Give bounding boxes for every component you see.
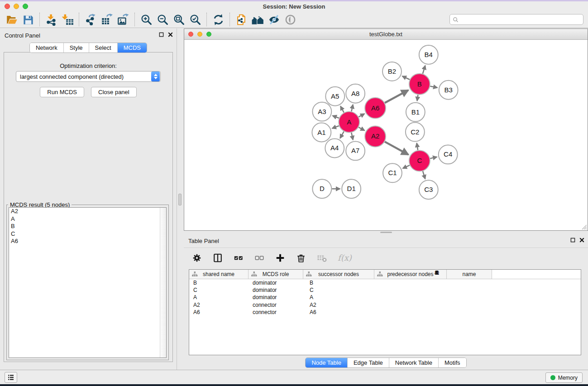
zoom-fit-button[interactable] [171,12,187,27]
column-header-shared-name[interactable]: shared name [189,270,249,279]
column-header-successor-nodes[interactable]: successor nodes [303,270,374,279]
select-all-button[interactable] [234,251,244,265]
graph-node-B3[interactable]: B3 [439,81,458,100]
zoom-in-button[interactable] [138,12,154,27]
minimize-window-icon[interactable] [14,4,19,9]
close-panel-icon[interactable] [579,238,584,243]
export-image-button[interactable] [115,12,131,27]
select-all-icon [234,253,244,263]
result-scrollbar[interactable] [160,208,166,357]
mcds-result-item[interactable]: C [9,230,166,238]
graph-edge-B-B4 [423,66,425,74]
panel-columns-button[interactable] [213,251,223,265]
graph-node-B1[interactable]: B1 [406,103,425,122]
svg-text:D: D [320,185,325,192]
task-list-button[interactable] [5,372,17,383]
import-network-icon [45,14,57,26]
network-canvas[interactable]: B4B2BB3A5A8A6A3B1AA1C2A2A4A7C4CC1DD1C3 [184,40,588,230]
graph-node-A6[interactable]: A6 [365,98,386,119]
import-table-icon [62,14,74,26]
graph-node-C4[interactable]: C4 [439,145,458,164]
maximize-window-icon[interactable] [23,4,28,9]
minimize-network-icon[interactable] [197,32,202,37]
graph-node-C3[interactable]: C3 [419,180,438,199]
settings-button[interactable] [192,251,202,265]
column-header-MCDS-role[interactable]: MCDS role [249,270,303,279]
float-panel-icon[interactable] [570,238,575,243]
delete-button[interactable] [296,251,306,265]
search-input[interactable] [459,15,583,24]
float-panel-icon[interactable] [159,32,164,37]
zoom-out-button[interactable] [154,12,171,27]
status-bar: Memory [0,370,588,384]
criterion-select[interactable]: largest connected component (directed) [16,71,161,82]
tab-motifs[interactable]: Motifs [438,358,466,367]
graph-node-A2[interactable]: A2 [365,126,386,147]
graph-node-A4[interactable]: A4 [325,138,344,157]
tab-node-table[interactable]: Node Table [306,358,347,367]
toggle-visibility-button[interactable] [266,12,282,27]
graph-node-A[interactable]: A [339,112,359,133]
tab-mcds[interactable]: MCDS [117,43,147,52]
mcds-result-list[interactable]: A2ABCA6 [9,207,167,358]
horizontal-splitter[interactable] [184,231,588,234]
search-field[interactable] [449,14,583,25]
tab-network[interactable]: Network [30,43,63,52]
mcds-result-item[interactable]: A2 [9,208,166,215]
main-titlebar: Session: New Session [0,1,588,11]
graph-node-A3[interactable]: A3 [312,102,331,121]
toolbar-divider [134,13,135,26]
graph-edge-A-A7 [351,133,353,140]
search-icon [452,16,459,23]
tab-style[interactable]: Style [63,43,89,52]
close-panel-icon[interactable] [168,32,173,37]
application-window: Session: New Session Control Panel Netwo… [0,0,588,386]
import-network-button[interactable] [43,12,59,27]
mcds-result-item[interactable]: A6 [9,238,166,245]
graph-node-A5[interactable]: A5 [325,87,344,106]
memory-button[interactable]: Memory [545,372,583,383]
home-button[interactable] [249,12,266,27]
zoom-selected-button[interactable] [187,12,203,27]
vertical-splitter[interactable] [177,29,184,370]
tab-select[interactable]: Select [89,43,117,52]
toolbar-divider [206,13,207,26]
column-header-name[interactable]: name [447,270,492,279]
graph-node-C[interactable]: C [409,150,430,171]
graph-edge-A-A6 [359,114,364,117]
graph-node-A1[interactable]: A1 [312,123,331,142]
graph-node-A8[interactable]: A8 [346,84,365,103]
duplicate-network-button[interactable] [233,12,249,27]
mcds-result-item[interactable]: B [9,223,166,230]
splitter-handle[interactable] [178,194,182,205]
close-network-icon[interactable] [188,32,193,37]
export-table-button[interactable] [99,12,115,27]
maximize-network-icon[interactable] [206,32,211,37]
graph-node-D1[interactable]: D1 [342,179,361,198]
preview-button[interactable] [282,12,298,27]
table-row[interactable]: A6connector11A6 [189,309,581,316]
export-network-button[interactable] [82,12,99,27]
graph-node-C1[interactable]: C1 [383,163,402,182]
save-session-button[interactable] [20,12,36,27]
splitter-handle[interactable] [380,232,392,233]
graph-node-D[interactable]: D [312,179,331,198]
zoom-selected-icon [189,14,201,26]
mcds-result-item[interactable]: A [9,215,166,223]
graph-node-A7[interactable]: A7 [346,141,365,160]
deselect-all-button[interactable] [254,251,264,265]
import-table-button[interactable] [59,12,76,27]
close-panel-button[interactable]: Close panel [91,87,137,97]
graph-node-B[interactable]: B [409,74,430,95]
graph-node-C2[interactable]: C2 [406,123,425,142]
open-file-button[interactable] [4,12,20,27]
refresh-button[interactable] [210,12,226,27]
graph-node-B4[interactable]: B4 [419,45,438,64]
close-window-icon[interactable] [5,4,10,9]
add-button[interactable] [275,251,285,265]
run-mcds-button[interactable]: Run MCDS [40,87,84,97]
delete-table-button [317,251,327,265]
tab-edge-table[interactable]: Edge Table [347,358,389,367]
graph-node-B2[interactable]: B2 [382,62,402,81]
tab-network-table[interactable]: Network Table [389,358,438,367]
